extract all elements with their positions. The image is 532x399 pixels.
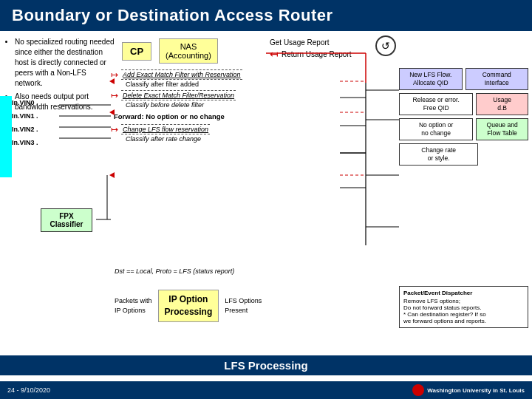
flow-label-4: Classify before delete filter	[126, 101, 204, 109]
arrow-1: ↦	[111, 69, 118, 80]
ip-option-label: IP Option Processing	[165, 294, 213, 317]
nas-box: NAS (Accounting)	[159, 38, 218, 64]
flow-row-1: ↦ Add Exact Match Filter with Reservatio…	[111, 69, 362, 80]
no-option-box: No option orno change	[399, 118, 473, 140]
command-interface-box: Command Interface	[466, 68, 529, 90]
usage-db-box: Usaged.B	[476, 93, 528, 115]
flow-row-4: Classify before delete filter	[126, 101, 362, 109]
footer: 24 - 9/10/2020 Washington University in …	[0, 381, 532, 399]
footer-university: Washington University in St. Louis	[427, 387, 525, 394]
footer-logo-area: Washington University in St. Louis	[412, 384, 525, 396]
flow-row-3: ↦ Delete Exact Match Filter/Reservation	[111, 90, 362, 100]
ip-option-box: IP Option Processing	[158, 290, 219, 322]
flow-label-6: Change LFS flow reservation	[121, 124, 210, 134]
in-vin-labels: In.VIN0 . In.VIN1 . In.VIN2 . In.VIN3 .	[12, 96, 38, 149]
lfs-processing-text: LFS Processing	[224, 359, 307, 372]
cp-label: CP	[130, 46, 143, 57]
right-row-4: Change rateor style.	[399, 143, 528, 166]
right-col: New LFS Flow.Allocate QID Command Interf…	[399, 68, 528, 166]
cp-box: CP	[122, 42, 151, 61]
packets-label: Packets withIP Options	[115, 296, 152, 315]
fpx-label: FPX Classifier	[50, 212, 83, 228]
arrow-3: ↦	[111, 90, 118, 100]
flow-row-7: Classify after rate change	[126, 135, 362, 143]
in-vin-0: In.VIN0 .	[12, 96, 38, 109]
in-vin-1: In.VIN1 .	[12, 109, 38, 123]
bullet-1: No specialized routing needed since eith…	[15, 37, 115, 89]
dispatcher-line-1: Remove LFS options;	[403, 298, 524, 304]
circular-arrow-icon: ↺	[375, 35, 396, 56]
packet-dispatcher-title: Packet/Event Dispatcher	[403, 290, 524, 296]
university-logo-icon	[412, 384, 424, 396]
dst-line-text: Dst == Local, Proto = LFS (status report…	[115, 267, 234, 275]
packets-ip-area: Packets withIP Options IP Option Process…	[115, 290, 262, 322]
new-lfs-box: New LFS Flow.Allocate QID	[399, 68, 463, 90]
lfs-options-label: LFS OptionsPresent	[225, 296, 262, 315]
flow-label-2: Classify after filter added	[126, 81, 199, 88]
flow-label-3: Delete Exact Match Filter/Reservation	[121, 90, 236, 100]
right-row-1: New LFS Flow.Allocate QID Command Interf…	[399, 68, 528, 90]
right-row-2: Release or error.Free QID Usaged.B	[399, 93, 528, 115]
change-rate-box: Change rateor style.	[399, 143, 478, 166]
fpx-classifier-box: FPX Classifier	[41, 208, 92, 232]
dispatcher-line-4: we forward options and reports.	[403, 318, 524, 324]
lfs-processing-bar: LFS Processing	[0, 355, 532, 375]
nas-label: NAS (Accounting)	[166, 42, 211, 60]
flow-row-5: Forward: No option or no change	[114, 112, 362, 120]
return-usage-text: Return Usage Report	[282, 50, 352, 58]
dispatcher-line-3: * Can destination register? If so	[403, 311, 524, 318]
usage-report-area: Get Usage Report ↤ Return Usage Report	[270, 38, 352, 60]
flow-label-5: Forward: No option or no change	[114, 112, 225, 120]
slide: Boundary or Destination Access Router No…	[0, 0, 532, 399]
fpx-classifier-area: FPX Classifier	[41, 208, 92, 232]
dst-line: Dst == Local, Proto = LFS (status report…	[115, 267, 234, 275]
queue-flow-box: Queue andFlow Table	[476, 118, 528, 140]
svg-marker-22	[109, 172, 115, 178]
in-vin-3: In.VIN3 .	[12, 136, 38, 149]
flow-label-1: Add Exact Match Filter with Reservation	[121, 69, 242, 80]
title-text: Boundary or Destination Access Router	[12, 6, 333, 24]
right-row-3: No option orno change Queue andFlow Tabl…	[399, 118, 528, 140]
footer-date: 24 - 9/10/2020	[7, 386, 50, 394]
flow-label-7: Classify after rate change	[126, 135, 201, 143]
release-box: Release or error.Free QID	[399, 93, 473, 115]
get-usage-text: Get Usage Report	[270, 38, 352, 47]
dispatcher-line-2: Do not forward status reports.	[403, 304, 524, 311]
flow-row-2: Classify after filter added	[126, 81, 362, 88]
spacer	[481, 143, 528, 166]
cp-nas-area: CP NAS (Accounting)	[122, 38, 218, 64]
flow-rows-area: ↦ Add Exact Match Filter with Reservatio…	[111, 69, 362, 143]
vin-cyan-bar	[0, 96, 12, 177]
arrow-6: ↦	[111, 124, 118, 134]
flow-row-6: ↦ Change LFS flow reservation	[111, 124, 362, 134]
command-interface-label: Command Interface	[482, 71, 511, 86]
packet-dispatcher-box: Packet/Event Dispatcher Remove LFS optio…	[399, 286, 528, 328]
slide-title: Boundary or Destination Access Router	[0, 0, 532, 31]
in-vin-2: In.VIN2 .	[12, 123, 38, 136]
